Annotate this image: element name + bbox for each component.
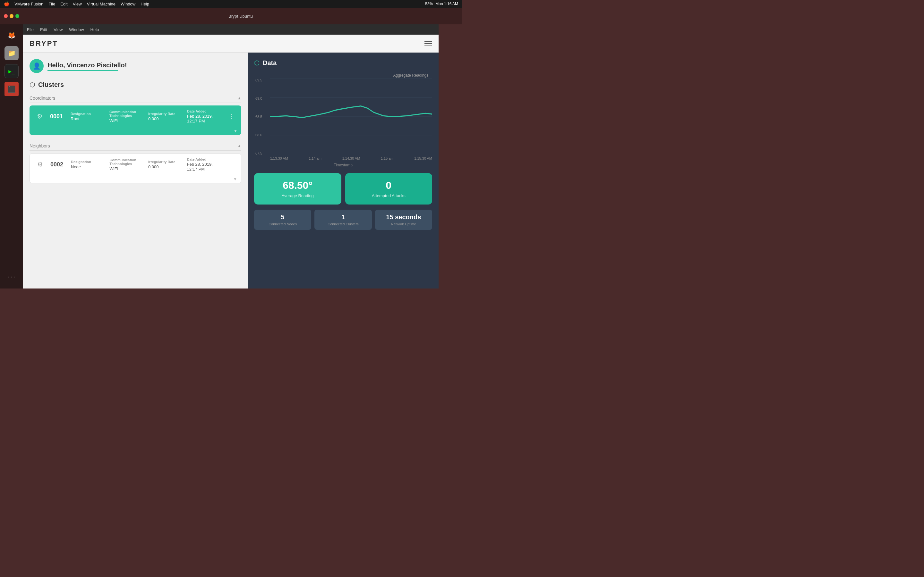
app-window-menu[interactable]: Window — [69, 27, 84, 32]
network-uptime-value: 15 seconds — [386, 213, 421, 221]
connected-nodes-value: 5 — [281, 213, 284, 221]
x-label-1: 1:14 am — [309, 156, 321, 160]
hamburger-menu-button[interactable] — [425, 41, 432, 46]
chart-aggregate-label: Aggregate Readings — [393, 73, 428, 77]
attempted-attacks-card: 0 Attempted Attacks — [345, 173, 433, 205]
y-label-4: 67.5 — [255, 151, 262, 155]
cluster-menu-button-0002[interactable]: ⋮ — [226, 160, 236, 169]
data-panel: ⬡ Data Aggregate Readings 69.5 69.0 68.5… — [248, 53, 439, 288]
app-header: BRYPT — [23, 35, 439, 53]
date-field-0002: Date Added Feb 28, 2019, 12:17 PM — [187, 157, 221, 171]
attempted-attacks-value: 0 — [386, 179, 391, 191]
designation-label-0001: Designation — [71, 112, 105, 116]
hamburger-line-3 — [425, 45, 432, 46]
connected-clusters-value: 1 — [341, 213, 345, 221]
coordinator-card-0001: ⚙ 0001 Designation Root Communication Te… — [29, 105, 241, 135]
neighbor-card-inner: ⚙ 0002 Designation Node Communication Te… — [30, 153, 241, 175]
app-view-menu[interactable]: View — [53, 27, 63, 32]
coordinators-label: Coordinators — [29, 95, 55, 101]
apple-logo-icon[interactable]: 🍎 — [4, 1, 9, 6]
x-label-0: 1:13:30 AM — [270, 156, 288, 160]
connected-nodes-card: 5 Connected Nodes — [254, 210, 311, 230]
greeting-text: Hello, Vincenzo Piscitello! — [47, 61, 127, 69]
gear-icon-0002: ⚙ — [34, 159, 46, 170]
minimize-button[interactable] — [10, 14, 13, 18]
irreg-label-0001: Irregularity Rate — [148, 112, 183, 116]
comm-label-0001: Communication Technologies — [110, 110, 144, 118]
coordinators-header: Coordinators ▲ — [29, 93, 241, 103]
window-title: Brypt Ubuntu — [23, 14, 458, 19]
designation-label-0002: Designation — [71, 160, 105, 164]
firefox-icon[interactable]: 🦊 — [5, 28, 19, 42]
designation-value-0002: Node — [71, 164, 105, 169]
apps-grid-icon[interactable]: ⋮⋮⋮ — [5, 271, 19, 285]
irreg-value-0002: 0.000 — [148, 164, 183, 169]
app-edit-menu[interactable]: Edit — [40, 27, 47, 32]
irreg-field-0001: Irregularity Rate 0.000 — [148, 112, 183, 121]
comm-field-0002: Communication Technologies WiFi — [110, 158, 144, 171]
designation-field-0001: Designation Root — [71, 112, 105, 121]
neighbors-collapse-button[interactable]: ▲ — [237, 143, 241, 148]
hamburger-line-1 — [425, 41, 432, 42]
data-panel-title: Data — [263, 59, 276, 67]
designation-value-0001: Root — [71, 116, 105, 121]
close-button[interactable] — [4, 14, 8, 18]
virtual-machine-menu[interactable]: Virtual Machine — [87, 2, 115, 6]
clock: Mon 1:16 AM — [435, 2, 458, 6]
expand-arrow-0002[interactable]: ▼ — [233, 177, 237, 181]
window-menu[interactable]: Window — [121, 2, 136, 6]
y-label-1: 69.0 — [255, 97, 262, 100]
window-chrome: Brypt Ubuntu — [0, 8, 462, 24]
expand-row-0002: ▼ — [30, 175, 241, 183]
edit-menu[interactable]: Edit — [60, 2, 67, 6]
date-value-0002: Feb 28, 2019, 12:17 PM — [187, 162, 221, 171]
clusters-icon: ⬡ — [29, 81, 35, 89]
terminal-icon[interactable]: ▶_ — [5, 64, 19, 78]
connected-clusters-card: 1 Connected Clusters — [314, 210, 372, 230]
coordinators-collapse-button[interactable]: ▲ — [237, 96, 241, 100]
attempted-attacks-label: Attempted Attacks — [372, 193, 405, 198]
comm-value-0001: WiFi — [110, 118, 144, 123]
cluster-menu-button-0001[interactable]: ⋮ — [226, 111, 237, 121]
expand-arrow-0001[interactable]: ▼ — [234, 129, 237, 133]
greeting-row: 👤 Hello, Vincenzo Piscitello! — [29, 59, 241, 73]
comm-value-0002: WiFi — [110, 166, 144, 171]
files-icon[interactable]: 📁 — [5, 46, 19, 60]
avg-reading-card: 68.50° Average Reading — [254, 173, 341, 205]
comm-label-0002: Communication Technologies — [110, 158, 144, 166]
connected-clusters-label: Connected Clusters — [328, 222, 359, 226]
network-uptime-label: Network Uptime — [391, 222, 416, 226]
ubuntu-sidebar: 🦊 📁 ▶_ ⬛ ⋮⋮⋮ — [0, 24, 23, 288]
app-help-menu[interactable]: Help — [90, 27, 99, 32]
chart-svg-wrapper — [270, 78, 432, 155]
battery-status: 53% — [425, 2, 433, 6]
date-value-0001: Feb 28, 2019, 12:17 PM — [187, 114, 221, 123]
neighbors-subsection: Neighbors ▲ ⚙ 0002 Designation Node Comm… — [29, 141, 241, 183]
help-menu[interactable]: Help — [141, 2, 149, 6]
view-menu[interactable]: View — [73, 2, 82, 6]
left-panel: 👤 Hello, Vincenzo Piscitello! ⬡ Clusters… — [23, 53, 248, 288]
coordinators-subsection: Coordinators ▲ ⚙ 0001 Designation Root C… — [29, 93, 241, 135]
greeting-underline — [47, 70, 118, 71]
date-label-0002: Date Added — [187, 157, 221, 161]
data-header-icon: ⬡ — [254, 59, 260, 67]
macos-menubar: 🍎 VMware Fusion File Edit View Virtual M… — [0, 0, 462, 8]
cluster-id-0002: 0002 — [50, 161, 66, 168]
menubar-left: 🍎 VMware Fusion File Edit View Virtual M… — [4, 1, 149, 6]
timestamp-label: Timestamp — [254, 163, 432, 167]
x-axis: 1:13:30 AM 1:14 am 1:14:30 AM 1:15 am 1:… — [270, 155, 432, 161]
stop-icon[interactable]: ⬛ — [5, 82, 19, 96]
avg-reading-value: 68.50° — [283, 179, 312, 191]
x-label-3: 1:15 am — [381, 156, 394, 160]
network-uptime-card: 15 seconds Network Uptime — [375, 210, 432, 230]
irreg-label-0002: Irregularity Rate — [148, 160, 183, 164]
irreg-field-0002: Irregularity Rate 0.000 — [148, 160, 183, 169]
app-file-menu[interactable]: File — [27, 27, 34, 32]
user-avatar: 👤 — [29, 59, 44, 73]
avg-reading-label: Average Reading — [282, 193, 314, 198]
vmware-menu[interactable]: VMware Fusion — [15, 2, 43, 6]
date-field-0001: Date Added Feb 28, 2019, 12:17 PM — [187, 109, 221, 123]
neighbors-label: Neighbors — [29, 143, 50, 148]
maximize-button[interactable] — [15, 14, 19, 18]
file-menu[interactable]: File — [48, 2, 55, 6]
